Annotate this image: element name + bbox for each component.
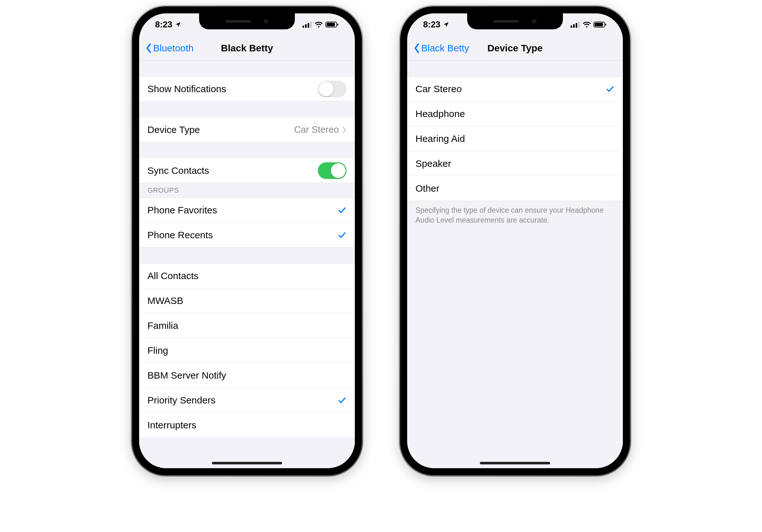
device-type-option[interactable]: Car Stereo (407, 77, 623, 101)
group-row[interactable]: BBM Server Notify (139, 363, 355, 388)
chevron-left-icon (145, 43, 152, 53)
group-row[interactable]: Fling (139, 338, 355, 363)
device-type-option[interactable]: Headphone (407, 101, 623, 126)
toggle-show-notifications[interactable] (318, 81, 346, 97)
notch (467, 13, 563, 29)
row-sync-contacts[interactable]: Sync Contacts (139, 158, 355, 183)
group-row[interactable]: Interrupters (139, 413, 355, 437)
svg-rect-12 (595, 23, 603, 27)
svg-rect-7 (571, 26, 572, 28)
row-value: Car Stereo (294, 124, 339, 135)
chevron-left-icon (414, 43, 420, 53)
svg-rect-6 (337, 24, 338, 26)
cellular-signal-icon (571, 21, 580, 28)
status-time: 8:23 (423, 20, 440, 30)
svg-rect-8 (573, 24, 575, 28)
battery-icon (593, 21, 607, 28)
group-row[interactable]: Familia (139, 313, 355, 338)
row-label: Speaker (416, 158, 615, 169)
checkmark-icon (338, 206, 346, 215)
section-footer: Specifying the type of device can ensure… (407, 201, 623, 230)
notch (199, 13, 295, 29)
row-label: Other (416, 183, 615, 194)
checkmark-icon (338, 396, 346, 405)
back-label: Black Betty (421, 43, 469, 54)
row-label: Phone Recents (147, 230, 338, 240)
screen-left: 8:23 Blu (139, 13, 355, 468)
row-label: Fling (147, 345, 346, 356)
row-label: Hearing Aid (416, 133, 615, 144)
row-label: Priority Senders (147, 395, 338, 406)
row-label: Interrupters (147, 420, 346, 431)
row-device-type[interactable]: Device Type Car Stereo (139, 117, 355, 142)
page-title: Device Type (488, 43, 543, 54)
row-label: BBM Server Notify (147, 370, 346, 381)
row-label: Headphone (416, 108, 615, 119)
row-show-notifications[interactable]: Show Notifications (139, 77, 355, 101)
location-services-icon (175, 21, 181, 28)
toggle-sync-contacts[interactable] (318, 162, 346, 179)
battery-icon (326, 21, 339, 28)
checkmark-icon (338, 231, 346, 239)
home-indicator[interactable] (212, 462, 282, 464)
group-row[interactable]: Priority Senders (139, 388, 355, 413)
phone-right: 8:23 Bla (400, 6, 630, 475)
device-type-option[interactable]: Hearing Aid (407, 126, 623, 151)
row-label: Phone Favorites (147, 205, 338, 216)
row-label: Familia (147, 320, 346, 331)
row-label: Car Stereo (416, 84, 606, 95)
row-label: Show Notifications (147, 84, 318, 95)
chevron-right-icon (342, 126, 346, 134)
group-row[interactable]: MWASB (139, 288, 355, 313)
status-time: 8:23 (155, 20, 172, 30)
svg-rect-13 (605, 24, 606, 26)
home-indicator[interactable] (480, 462, 550, 464)
phone-left: 8:23 Blu (132, 6, 362, 475)
nav-bar: Bluetooth Black Betty (139, 36, 355, 61)
svg-rect-10 (578, 22, 580, 28)
cellular-signal-icon (302, 21, 312, 28)
device-type-option[interactable]: Speaker (407, 151, 623, 176)
group-row[interactable]: Phone Favorites (139, 198, 355, 223)
svg-rect-1 (305, 24, 307, 28)
screen-right: 8:23 Bla (407, 13, 623, 468)
device-type-option[interactable]: Other (407, 176, 623, 201)
svg-rect-0 (302, 26, 304, 28)
row-label: All Contacts (147, 270, 346, 281)
back-button[interactable]: Black Betty (414, 43, 469, 54)
svg-rect-9 (575, 23, 577, 28)
row-label: Sync Contacts (147, 165, 318, 176)
group-row[interactable]: All Contacts (139, 263, 355, 288)
group-row[interactable]: Phone Recents (139, 223, 355, 247)
back-label: Bluetooth (153, 43, 194, 54)
nav-bar: Black Betty Device Type (407, 36, 623, 61)
section-header-groups: GROUPS (139, 183, 355, 198)
page-title: Black Betty (221, 43, 273, 54)
wifi-icon (315, 21, 323, 28)
wifi-icon (583, 21, 591, 28)
device-type-content[interactable]: Car StereoHeadphoneHearing AidSpeakerOth… (407, 61, 623, 468)
row-label: MWASB (147, 295, 346, 306)
settings-content[interactable]: Show Notifications Device Type Car Stere… (139, 61, 355, 468)
location-services-icon (443, 21, 449, 28)
svg-rect-5 (327, 23, 335, 27)
svg-rect-2 (308, 23, 309, 28)
svg-rect-3 (310, 22, 312, 28)
row-label: Device Type (147, 124, 294, 135)
back-button[interactable]: Bluetooth (145, 43, 194, 54)
checkmark-icon (606, 85, 615, 94)
